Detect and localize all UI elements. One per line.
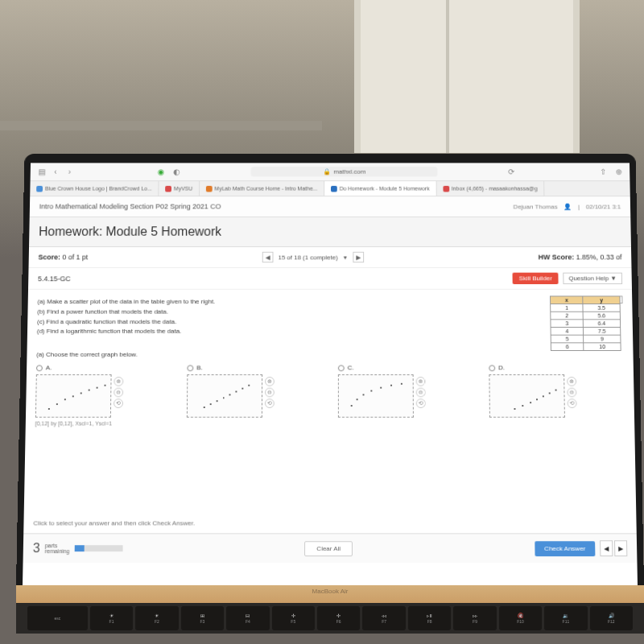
parts-number: 3 (33, 541, 40, 555)
footer-bar: 3 parts remaining Clear All Check Answer… (23, 534, 638, 564)
option-label[interactable]: C. (338, 365, 473, 372)
question-id-row: 5.4.15-GC Skill Builder Question Help ▼ (28, 268, 632, 290)
question-content: ⇱ (a) Make a scatter plot of the data in… (26, 290, 635, 435)
radio-button[interactable] (187, 365, 193, 371)
pager-text[interactable]: 15 of 18 (1 complete) (279, 254, 338, 261)
share-icon[interactable]: ⇧ (598, 167, 608, 176)
screen: ▤ ‹ › ◉ ◐ 🔒 mathxl.com ⟳ ⇧ ⊕ (23, 163, 638, 585)
contrast-icon[interactable]: ◐ (172, 167, 182, 176)
key-f4: ⊟F4 (226, 606, 269, 630)
skill-builder-button[interactable]: Skill Builder (513, 273, 559, 284)
browser-toolbar: ▤ ‹ › ◉ ◐ 🔒 mathxl.com ⟳ ⇧ ⊕ (31, 163, 630, 181)
user-icon[interactable]: 👤 (564, 203, 572, 210)
footer-prev[interactable]: ◀ (600, 540, 613, 556)
footer-hint: Click to select your answer and then cli… (23, 514, 637, 534)
back-icon[interactable]: ‹ (51, 167, 60, 176)
pager-prev[interactable]: ◀ (262, 252, 274, 262)
answer-options: A.⊕⊖⟲[0,12] by [0,12], Xscl=1, Yscl=1B.⊕… (35, 365, 625, 427)
question-part-b: (b) Find a power function that models th… (37, 308, 359, 317)
score-row: Score: 0 of 1 pt ◀ 15 of 18 (1 complete)… (29, 247, 632, 268)
reset-icon[interactable]: ⟲ (114, 398, 123, 408)
key-f9: ▹▹F9 (453, 606, 496, 630)
address-bar[interactable]: 🔒 mathxl.com (250, 167, 437, 176)
key-f11: 🔉F11 (544, 606, 587, 630)
key-f5: ✢F5 (272, 606, 315, 630)
scatter-plot[interactable]: ⊕⊖⟲ (187, 374, 262, 418)
option-C: C.⊕⊖⟲ (338, 365, 473, 427)
laptop-model: MacBook Air (312, 588, 349, 595)
key-f8: ▹IIF8 (408, 606, 451, 630)
course-header: Intro Mathematical Modeling Section P02 … (30, 196, 631, 217)
choose-prompt: (a) Choose the correct graph below. (36, 351, 624, 358)
option-D: D.⊕⊖⟲ (489, 365, 625, 427)
laptop: ▤ ‹ › ◉ ◐ 🔒 mathxl.com ⟳ ⇧ ⊕ (16, 141, 644, 644)
question-help-button[interactable]: Question Help ▼ (563, 273, 622, 284)
footer-next[interactable]: ▶ (614, 540, 627, 556)
question-part-c: (c) Find a quadratic function that model… (37, 317, 359, 327)
score-label: Score: (38, 254, 60, 262)
wall-trim (0, 121, 322, 130)
key-f6: ✢F6 (317, 606, 360, 630)
course-title: Intro Mathematical Modeling Section P02 … (39, 203, 221, 211)
question-part-a: (a) Make a scatter plot of the data in t… (37, 297, 359, 307)
question-id: 5.4.15-GC (38, 275, 71, 283)
browser-tab[interactable]: MyLab Math Course Home - Intro Mathe... (200, 181, 324, 196)
radio-button[interactable] (338, 365, 345, 371)
pager: ◀ 15 of 18 (1 complete) ▼ ▶ (262, 252, 364, 262)
pager-next[interactable]: ▶ (353, 252, 364, 262)
lock-icon: 🔒 (323, 168, 331, 175)
score-value: 0 of 1 pt (62, 254, 88, 262)
key-f3: ⊞F3 (181, 606, 224, 630)
zoom-in-icon[interactable]: ⊕ (265, 377, 275, 386)
progress-bar (74, 545, 122, 551)
hw-score-label: HW Score: (538, 254, 574, 262)
refresh-icon[interactable]: ⟳ (506, 167, 516, 176)
forward-icon[interactable]: › (65, 167, 75, 176)
background-door (354, 0, 580, 153)
datetime: 02/10/21 3:1 (586, 203, 621, 210)
key-f1: ☀F1 (90, 606, 133, 630)
option-B: B.⊕⊖⟲ (187, 365, 322, 427)
scatter-plot[interactable]: ⊕⊖⟲ (338, 374, 414, 418)
zoom-out-icon[interactable]: ⊖ (265, 388, 275, 398)
reset-icon[interactable]: ⟲ (568, 398, 577, 408)
zoom-in-icon[interactable]: ⊕ (567, 377, 576, 386)
zoom-out-icon[interactable]: ⊖ (114, 388, 123, 398)
user-name: Dejuan Thomas (514, 203, 558, 210)
homework-title: Homework: Module 5 Homework (29, 217, 631, 247)
chevron-down-icon[interactable]: ▼ (343, 254, 349, 260)
key-esc: esc (27, 606, 88, 630)
browser-tabs: Blue Crown House Logo | BrandCrowd Lo...… (30, 181, 630, 196)
key-f12: 🔊F12 (590, 606, 633, 630)
data-table: xy13.525.636.447.559610 (550, 295, 621, 351)
zoom-in-icon[interactable]: ⊕ (114, 377, 123, 386)
reset-icon[interactable]: ⟲ (416, 398, 426, 408)
option-A: A.⊕⊖⟲[0,12] by [0,12], Xscl=1, Yscl=1 (35, 365, 171, 427)
browser-tab[interactable]: MyVSU (159, 181, 200, 196)
option-label[interactable]: A. (36, 365, 171, 372)
shield-icon[interactable]: ◉ (157, 167, 167, 176)
question-part-d: (d) Find a logarithmic function that mod… (37, 327, 360, 336)
sidebar-icon[interactable]: ▤ (36, 167, 46, 176)
option-label[interactable]: D. (489, 365, 624, 372)
clear-all-button[interactable]: Clear All (304, 541, 353, 556)
browser-tab[interactable]: Blue Crown House Logo | BrandCrowd Lo... (30, 181, 159, 196)
check-answer-button[interactable]: Check Answer (535, 541, 595, 556)
zoom-in-icon[interactable]: ⊕ (416, 377, 426, 386)
parts-label: parts remaining (45, 543, 70, 554)
scatter-plot[interactable]: ⊕⊖⟲ (35, 374, 112, 418)
zoom-out-icon[interactable]: ⊖ (567, 388, 576, 398)
hw-score-value: 1.85%, 0.33 of (576, 254, 622, 262)
key-f2: ☀F2 (135, 606, 178, 630)
radio-button[interactable] (36, 365, 43, 371)
reset-icon[interactable]: ⟲ (265, 398, 275, 408)
scatter-plot[interactable]: ⊕⊖⟲ (489, 374, 565, 418)
zoom-out-icon[interactable]: ⊖ (416, 388, 426, 398)
browser-tab[interactable]: Do Homework - Module 5 Homework (324, 181, 436, 196)
option-label[interactable]: B. (187, 365, 322, 372)
browser-tab[interactable]: Inbox (4,665) - masaakonhassa@g (436, 181, 544, 196)
new-tab-icon[interactable]: ⊕ (614, 167, 624, 176)
url-text: mathxl.com (333, 168, 365, 175)
radio-button[interactable] (489, 365, 495, 371)
laptop-base: MacBook Air esc☀F1☀F2⊞F3⊟F4✢F5✢F6◃◃F7▹II… (16, 585, 644, 634)
